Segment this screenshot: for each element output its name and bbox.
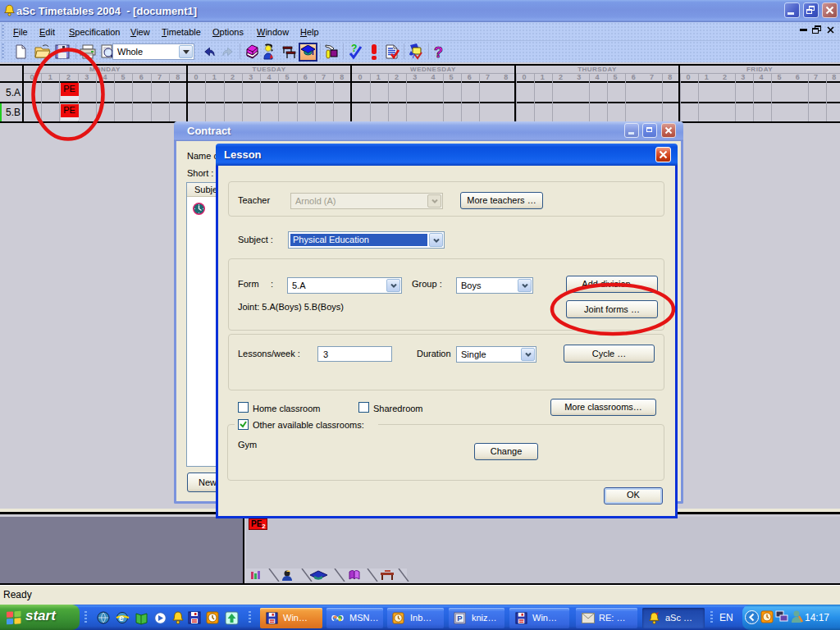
svg-text:P: P (457, 614, 462, 623)
svg-text:e: e (119, 613, 124, 623)
svg-text:?: ? (434, 44, 443, 61)
